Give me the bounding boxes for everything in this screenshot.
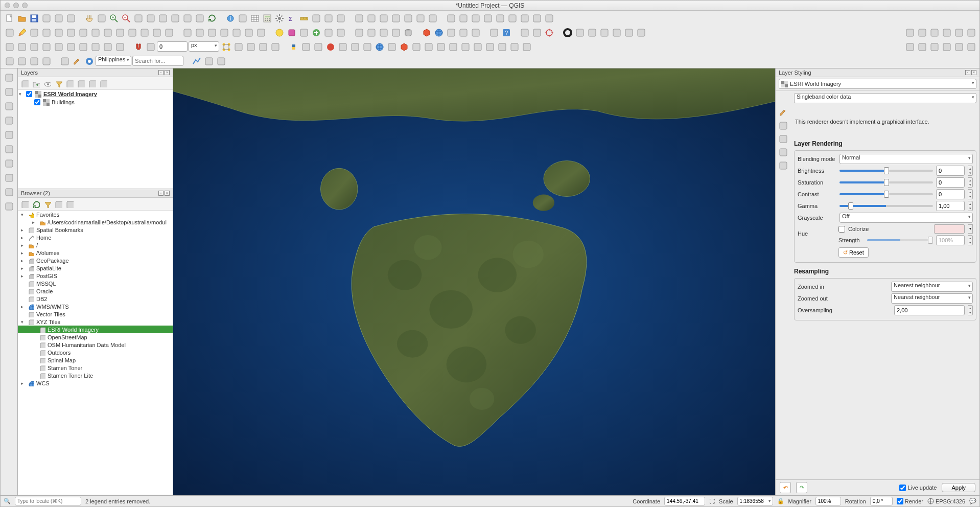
new-geopackage-button[interactable] [390, 27, 401, 38]
locator-input[interactable] [15, 497, 81, 505]
split-parts-button[interactable] [586, 27, 597, 38]
node-button[interactable] [220, 41, 231, 52]
tree-b-button[interactable] [16, 41, 27, 52]
circular-string-button[interactable] [194, 27, 205, 38]
browser-item[interactable]: ▸ PostGIS [18, 272, 173, 280]
coordinate-input[interactable] [664, 497, 705, 505]
browser-item[interactable]: MSSQL [18, 280, 173, 287]
invert-select-button[interactable] [427, 12, 438, 24]
transparency-tab[interactable] [777, 120, 790, 132]
identify-button[interactable]: i [224, 12, 236, 24]
panel-close-button[interactable]: × [971, 70, 976, 75]
pan-button[interactable] [83, 12, 95, 24]
layer-b-button[interactable] [77, 41, 88, 52]
minimize-window-button[interactable] [13, 3, 19, 8]
tree-a-button[interactable] [4, 41, 15, 52]
browser-item[interactable]: Spinal Map [18, 356, 173, 364]
gamma-slider[interactable] [839, 202, 933, 210]
layer-visibility-checkbox[interactable] [26, 91, 32, 97]
snap-unit-select[interactable]: px [189, 41, 219, 52]
new-map-view-button[interactable] [194, 12, 205, 24]
shield-button[interactable] [59, 55, 70, 66]
four-button[interactable] [349, 41, 360, 52]
colorize-checkbox[interactable] [838, 226, 845, 233]
cloud-button[interactable] [53, 41, 64, 52]
fill-ring-button[interactable] [941, 27, 952, 38]
add-group-button[interactable] [31, 79, 40, 88]
trace-button[interactable] [206, 27, 217, 38]
render-toggle[interactable]: Render [897, 498, 923, 504]
move-feature-button[interactable] [77, 27, 88, 38]
browser-item[interactable]: ▸ SpatiaLite [18, 264, 173, 272]
browser-item[interactable]: Stamen Toner [18, 364, 173, 372]
magnifier-input[interactable] [815, 497, 841, 505]
copy-button[interactable] [126, 27, 137, 38]
car-button[interactable] [470, 27, 481, 38]
new-shapefile-button[interactable] [365, 27, 377, 38]
field-calc-button[interactable] [261, 12, 272, 24]
sun-button[interactable] [40, 41, 52, 52]
green-plus-button[interactable] [310, 27, 321, 38]
merge-attr-button[interactable] [598, 27, 610, 38]
grayscale-select[interactable]: Off [839, 213, 973, 223]
browser-item[interactable]: Stamen Toner Lite [18, 372, 173, 379]
refresh-button[interactable] [31, 199, 40, 209]
expand-arrow-icon[interactable]: ▸ [21, 227, 26, 233]
add-polygon-button[interactable] [65, 27, 76, 38]
add-raster-layer-button[interactable] [2, 85, 16, 98]
add-postgis-layer-button[interactable] [2, 142, 16, 155]
new-vector-button[interactable] [353, 27, 364, 38]
panel-undock-button[interactable]: ▫ [158, 191, 164, 196]
topo-c-button[interactable] [257, 41, 268, 52]
layer-row[interactable]: ▾ ESRI World Imagery [18, 90, 173, 98]
add-mesh-layer-button[interactable] [2, 99, 16, 112]
help-button[interactable]: ? [500, 27, 511, 38]
arrow-c-button[interactable] [114, 41, 125, 52]
sigma-button[interactable]: Σ [286, 12, 297, 24]
label-toggle-button[interactable] [322, 27, 334, 38]
save-project-button[interactable] [28, 12, 39, 24]
filter-button[interactable] [42, 199, 52, 209]
properties-button[interactable] [65, 199, 74, 209]
expand-arrow-icon[interactable]: ▾ [19, 91, 24, 97]
close-window-button[interactable] [5, 3, 10, 8]
plugin-a-button[interactable] [300, 41, 311, 52]
layer-a-button[interactable] [65, 41, 76, 52]
red-hex-button[interactable] [398, 41, 409, 52]
vec-b-button[interactable] [916, 41, 927, 52]
blending-mode-select[interactable]: Normal [839, 154, 973, 164]
add-csv-layer-button[interactable] [2, 113, 16, 127]
map-canvas[interactable] [173, 68, 775, 495]
rotate-label-button[interactable] [457, 12, 469, 24]
donut-button[interactable] [562, 27, 573, 38]
region-select[interactable]: Philippines [96, 56, 131, 66]
panel-close-button[interactable]: × [165, 191, 170, 196]
browser-item[interactable]: Oracle [18, 287, 173, 295]
pin-label-button[interactable] [482, 12, 493, 24]
select-button[interactable] [365, 12, 377, 24]
select-all-button[interactable] [414, 12, 426, 24]
reshape-button[interactable] [243, 27, 254, 38]
brightness-slider[interactable] [839, 167, 933, 175]
add-line-button[interactable] [53, 27, 64, 38]
drive-button[interactable] [457, 27, 469, 38]
zoom-in-button[interactable] [108, 12, 119, 24]
colorize-swatch[interactable] [934, 224, 965, 234]
layer-visibility-checkbox[interactable] [34, 99, 40, 105]
strength-slider[interactable] [867, 236, 933, 244]
show-label-button[interactable] [494, 12, 505, 24]
red-circle-button[interactable] [324, 41, 336, 52]
saturation-slider[interactable] [839, 178, 933, 187]
oversampling-value[interactable] [894, 305, 965, 315]
tree-c-button[interactable] [28, 41, 39, 52]
select-by-location-button[interactable] [390, 12, 401, 24]
topology-button[interactable] [519, 27, 530, 38]
expand-arrow-icon[interactable]: ▸ [21, 258, 26, 263]
redo-style-button[interactable]: ↷ [796, 482, 807, 493]
add-spatialite-layer-button[interactable] [2, 128, 16, 141]
saturation-value[interactable] [936, 177, 965, 188]
expand-arrow-icon[interactable]: ▸ [21, 266, 26, 271]
paint-brush[interactable] [71, 55, 82, 66]
refresh-button[interactable] [206, 12, 217, 24]
open-project-button[interactable] [16, 12, 27, 24]
